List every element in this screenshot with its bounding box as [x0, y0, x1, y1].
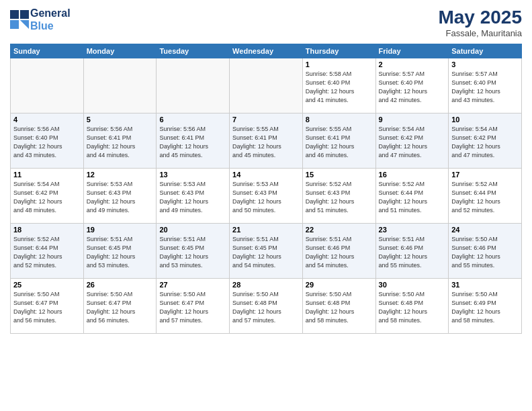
day-number: 29 [306, 281, 373, 289]
day-number: 23 [379, 226, 446, 234]
svg-rect-1 [20, 10, 29, 19]
day-number: 3 [451, 60, 519, 68]
day-number: 14 [232, 171, 300, 179]
table-row: 12Sunrise: 5:53 AMSunset: 6:43 PMDayligh… [83, 169, 157, 224]
day-number: 10 [451, 116, 519, 124]
day-info: Sunrise: 5:50 AMSunset: 6:47 PMDaylight:… [159, 290, 226, 325]
location: Fassale, Mauritania [438, 28, 522, 38]
table-row: 28Sunrise: 5:50 AMSunset: 6:48 PMDayligh… [230, 279, 303, 334]
day-info: Sunrise: 5:55 AMSunset: 6:41 PMDaylight:… [232, 125, 300, 160]
day-info: Sunrise: 5:50 AMSunset: 6:48 PMDaylight:… [306, 290, 373, 325]
table-row: 25Sunrise: 5:50 AMSunset: 6:47 PMDayligh… [11, 279, 84, 334]
svg-rect-0 [10, 10, 19, 19]
table-row: 9Sunrise: 5:54 AMSunset: 6:42 PMDaylight… [375, 113, 449, 169]
calendar: Sunday Monday Tuesday Wednesday Thursday… [10, 44, 522, 334]
day-number: 12 [87, 171, 154, 179]
table-row: 3Sunrise: 5:57 AMSunset: 6:40 PMDaylight… [449, 58, 522, 113]
table-row: 30Sunrise: 5:50 AMSunset: 6:48 PMDayligh… [375, 279, 449, 334]
col-thursday: Thursday [302, 44, 375, 58]
table-row: 6Sunrise: 5:56 AMSunset: 6:41 PMDaylight… [157, 113, 230, 169]
day-info: Sunrise: 5:51 AMSunset: 6:45 PMDaylight:… [232, 235, 300, 270]
table-row: 19Sunrise: 5:51 AMSunset: 6:45 PMDayligh… [83, 224, 157, 279]
day-number: 17 [451, 171, 519, 179]
day-number: 19 [87, 226, 154, 234]
day-number: 30 [379, 281, 446, 289]
table-row: 23Sunrise: 5:51 AMSunset: 6:46 PMDayligh… [375, 224, 449, 279]
day-number: 13 [159, 171, 226, 179]
table-row: 20Sunrise: 5:51 AMSunset: 6:45 PMDayligh… [157, 224, 230, 279]
day-info: Sunrise: 5:53 AMSunset: 6:43 PMDaylight:… [159, 180, 226, 215]
calendar-week-row: 1Sunrise: 5:58 AMSunset: 6:40 PMDaylight… [11, 58, 522, 113]
day-info: Sunrise: 5:52 AMSunset: 6:44 PMDaylight:… [379, 180, 446, 215]
day-info: Sunrise: 5:51 AMSunset: 6:45 PMDaylight:… [159, 235, 226, 270]
day-number: 8 [306, 116, 373, 124]
table-row: 24Sunrise: 5:50 AMSunset: 6:46 PMDayligh… [449, 224, 522, 279]
day-info: Sunrise: 5:51 AMSunset: 6:46 PMDaylight:… [379, 235, 446, 270]
day-number: 25 [13, 281, 81, 289]
col-tuesday: Tuesday [157, 44, 230, 58]
table-row [83, 58, 157, 113]
day-info: Sunrise: 5:52 AMSunset: 6:43 PMDaylight:… [306, 180, 373, 215]
day-number: 27 [159, 281, 226, 289]
svg-marker-3 [20, 20, 29, 29]
col-sunday: Sunday [11, 44, 84, 58]
calendar-week-row: 25Sunrise: 5:50 AMSunset: 6:47 PMDayligh… [11, 279, 522, 334]
calendar-week-row: 4Sunrise: 5:56 AMSunset: 6:40 PMDaylight… [11, 113, 522, 169]
col-friday: Friday [375, 44, 449, 58]
table-row: 29Sunrise: 5:50 AMSunset: 6:48 PMDayligh… [302, 279, 375, 334]
table-row: 13Sunrise: 5:53 AMSunset: 6:43 PMDayligh… [157, 169, 230, 224]
col-wednesday: Wednesday [230, 44, 303, 58]
day-info: Sunrise: 5:54 AMSunset: 6:42 PMDaylight:… [379, 125, 446, 160]
header: General Blue May 2025 Fassale, Mauritani… [10, 7, 522, 38]
table-row: 22Sunrise: 5:51 AMSunset: 6:46 PMDayligh… [302, 224, 375, 279]
day-number: 6 [159, 116, 226, 124]
table-row: 5Sunrise: 5:56 AMSunset: 6:41 PMDaylight… [83, 113, 157, 169]
table-row [11, 58, 84, 113]
day-info: Sunrise: 5:52 AMSunset: 6:44 PMDaylight:… [451, 180, 519, 215]
day-number: 16 [379, 171, 446, 179]
table-row: 31Sunrise: 5:50 AMSunset: 6:49 PMDayligh… [449, 279, 522, 334]
table-row: 4Sunrise: 5:56 AMSunset: 6:40 PMDaylight… [11, 113, 84, 169]
table-row [230, 58, 303, 113]
day-number: 21 [232, 226, 300, 234]
calendar-week-row: 18Sunrise: 5:52 AMSunset: 6:44 PMDayligh… [11, 224, 522, 279]
day-info: Sunrise: 5:53 AMSunset: 6:43 PMDaylight:… [232, 180, 300, 215]
day-info: Sunrise: 5:50 AMSunset: 6:48 PMDaylight:… [232, 290, 300, 325]
table-row: 21Sunrise: 5:51 AMSunset: 6:45 PMDayligh… [230, 224, 303, 279]
table-row: 26Sunrise: 5:50 AMSunset: 6:47 PMDayligh… [83, 279, 157, 334]
day-info: Sunrise: 5:57 AMSunset: 6:40 PMDaylight:… [451, 70, 519, 105]
day-number: 28 [232, 281, 300, 289]
day-info: Sunrise: 5:57 AMSunset: 6:40 PMDaylight:… [379, 70, 446, 105]
day-number: 26 [87, 281, 154, 289]
day-number: 4 [13, 116, 81, 124]
table-row: 7Sunrise: 5:55 AMSunset: 6:41 PMDaylight… [230, 113, 303, 169]
logo-line1: General [30, 7, 71, 19]
table-row: 16Sunrise: 5:52 AMSunset: 6:44 PMDayligh… [375, 169, 449, 224]
table-row: 15Sunrise: 5:52 AMSunset: 6:43 PMDayligh… [302, 169, 375, 224]
day-number: 22 [306, 226, 373, 234]
day-info: Sunrise: 5:52 AMSunset: 6:44 PMDaylight:… [13, 235, 81, 270]
day-info: Sunrise: 5:50 AMSunset: 6:47 PMDaylight:… [87, 290, 154, 325]
calendar-header-row: Sunday Monday Tuesday Wednesday Thursday… [11, 44, 522, 58]
day-info: Sunrise: 5:56 AMSunset: 6:40 PMDaylight:… [13, 125, 81, 160]
day-number: 7 [232, 116, 300, 124]
col-saturday: Saturday [449, 44, 522, 58]
day-info: Sunrise: 5:50 AMSunset: 6:49 PMDaylight:… [451, 290, 519, 325]
table-row: 17Sunrise: 5:52 AMSunset: 6:44 PMDayligh… [449, 169, 522, 224]
day-info: Sunrise: 5:58 AMSunset: 6:40 PMDaylight:… [306, 70, 373, 105]
table-row: 10Sunrise: 5:54 AMSunset: 6:42 PMDayligh… [449, 113, 522, 169]
day-info: Sunrise: 5:54 AMSunset: 6:42 PMDaylight:… [13, 180, 81, 215]
day-number: 15 [306, 171, 373, 179]
day-info: Sunrise: 5:56 AMSunset: 6:41 PMDaylight:… [159, 125, 226, 160]
day-number: 24 [451, 226, 519, 234]
day-info: Sunrise: 5:51 AMSunset: 6:46 PMDaylight:… [306, 235, 373, 270]
calendar-week-row: 11Sunrise: 5:54 AMSunset: 6:42 PMDayligh… [11, 169, 522, 224]
logo: General Blue [10, 7, 71, 32]
day-number: 11 [13, 171, 81, 179]
table-row: 1Sunrise: 5:58 AMSunset: 6:40 PMDaylight… [302, 58, 375, 113]
day-number: 2 [379, 60, 446, 68]
logo-icon [10, 10, 29, 29]
table-row: 11Sunrise: 5:54 AMSunset: 6:42 PMDayligh… [11, 169, 84, 224]
day-info: Sunrise: 5:51 AMSunset: 6:45 PMDaylight:… [87, 235, 154, 270]
day-number: 20 [159, 226, 226, 234]
